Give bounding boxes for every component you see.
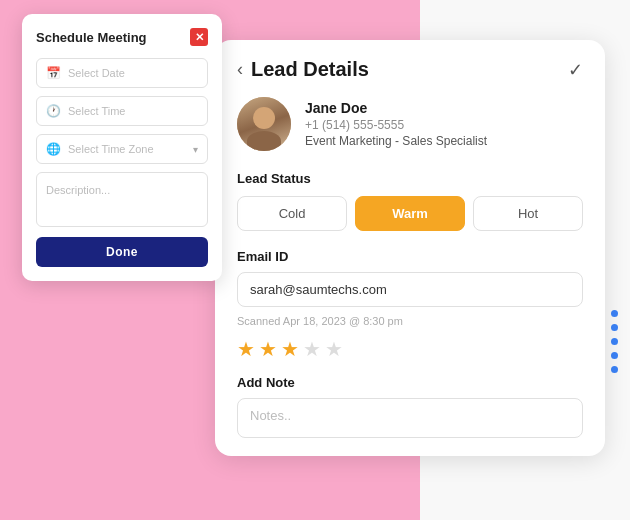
description-placeholder: Description...	[46, 184, 110, 196]
globe-icon: 🌐	[46, 142, 61, 156]
add-note-label: Add Note	[237, 375, 583, 390]
email-value[interactable]: sarah@saumtechs.com	[237, 272, 583, 307]
calendar-icon: 📅	[46, 66, 61, 80]
status-hot-button[interactable]: Hot	[473, 196, 583, 231]
email-label: Email ID	[237, 249, 583, 264]
profile-section: Jane Doe +1 (514) 555-5555 Event Marketi…	[237, 97, 583, 151]
schedule-title: Schedule Meeting	[36, 30, 147, 45]
status-warm-button[interactable]: Warm	[355, 196, 465, 231]
dot	[611, 310, 618, 317]
notes-field[interactable]: Notes..	[237, 398, 583, 438]
star-4[interactable]: ★	[303, 337, 321, 361]
date-field[interactable]: 📅 Select Date	[36, 58, 208, 88]
profile-role: Event Marketing - Sales Specialist	[305, 134, 487, 148]
star-2[interactable]: ★	[259, 337, 277, 361]
profile-phone: +1 (514) 555-5555	[305, 118, 487, 132]
dot	[611, 366, 618, 373]
profile-info: Jane Doe +1 (514) 555-5555 Event Marketi…	[305, 100, 487, 148]
status-cold-button[interactable]: Cold	[237, 196, 347, 231]
schedule-meeting-card: Schedule Meeting ✕ 📅 Select Date 🕐 Selec…	[22, 14, 222, 281]
lead-details-title: Lead Details	[251, 58, 369, 81]
schedule-card-header: Schedule Meeting ✕	[36, 28, 208, 46]
check-button[interactable]: ✓	[568, 59, 583, 81]
rating-stars[interactable]: ★ ★ ★ ★ ★	[237, 337, 583, 361]
lead-status-label: Lead Status	[237, 171, 583, 186]
time-placeholder: Select Time	[68, 105, 198, 117]
back-button[interactable]: ‹	[237, 59, 243, 80]
status-buttons: Cold Warm Hot	[237, 196, 583, 231]
dropdown-arrow-icon: ▾	[193, 144, 198, 155]
star-5[interactable]: ★	[325, 337, 343, 361]
description-field[interactable]: Description...	[36, 172, 208, 227]
date-placeholder: Select Date	[68, 67, 198, 79]
done-button[interactable]: Done	[36, 237, 208, 267]
timezone-field[interactable]: 🌐 Select Time Zone ▾	[36, 134, 208, 164]
lead-card-header: ‹ Lead Details ✓	[237, 58, 583, 81]
clock-icon: 🕐	[46, 104, 61, 118]
avatar	[237, 97, 291, 151]
lead-details-card: ‹ Lead Details ✓ Jane Doe +1 (514) 555-5…	[215, 40, 605, 456]
timezone-placeholder: Select Time Zone	[68, 143, 186, 155]
scan-info: Scanned Apr 18, 2023 @ 8:30 pm	[237, 315, 583, 327]
close-button[interactable]: ✕	[190, 28, 208, 46]
dot	[611, 338, 618, 345]
avatar-image	[237, 97, 291, 151]
star-1[interactable]: ★	[237, 337, 255, 361]
profile-name: Jane Doe	[305, 100, 487, 116]
dot	[611, 324, 618, 331]
time-field[interactable]: 🕐 Select Time	[36, 96, 208, 126]
star-3[interactable]: ★	[281, 337, 299, 361]
dot	[611, 352, 618, 359]
lead-header-left: ‹ Lead Details	[237, 58, 369, 81]
